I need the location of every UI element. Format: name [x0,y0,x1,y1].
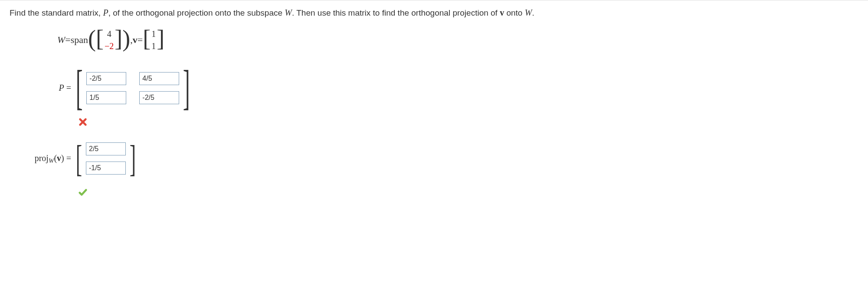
vec-entry: 1 [151,28,156,40]
prompt-text: , of the orthogonal projection onto the … [108,8,285,17]
prompt-text: onto [504,8,525,17]
P-feedback [78,117,858,127]
W-basis-vector: 4 −2 [104,28,115,52]
P-symbol: P [59,83,64,92]
prompt-v: v [500,8,504,17]
prompt-text: . [532,8,534,17]
P-cell-r1c1[interactable] [86,72,126,85]
close-bracket-icon: ] [115,33,122,45]
close-paren: ) [61,153,64,163]
incorrect-icon [78,117,858,127]
close-bracket-icon: ] [130,139,136,177]
P-matrix-grid [84,69,182,108]
open-bracket-icon: [ [76,139,82,177]
open-bracket-icon: [ [76,64,83,112]
prompt-text: . Then use this matrix to find the ortho… [292,8,500,17]
equals: = [64,153,71,163]
open-bracket-icon: [ [96,33,104,45]
v-vector: 1 1 [151,28,157,52]
proj-text: proj [35,153,49,163]
P-cell-r2c2[interactable] [139,91,179,104]
close-paren: ) [122,33,130,45]
span-text: span [71,34,88,46]
question-prompt: Find the standard matrix, P, of the orth… [10,7,858,19]
close-bracket-icon: ] [157,33,164,45]
prompt-W: W [285,8,292,17]
v-label: v [133,34,138,46]
P-cell-r1c2[interactable] [139,72,179,85]
proj-label: projW(v) = [10,153,75,163]
close-bracket-icon: ] [183,64,190,112]
given-equation: W = span ( [ 4 −2 ] ) , v = [ 1 1 ] [57,28,858,52]
open-paren: ( [88,33,96,45]
equals: = [138,34,143,46]
proj-cell-r2[interactable] [86,162,126,175]
correct-icon [78,188,858,197]
P-answer-block: P = [ ] [10,69,858,108]
proj-feedback [78,188,858,197]
prompt-P: P [103,8,108,17]
proj-sub-W: W [49,157,54,164]
prompt-text: Find the standard matrix, [10,8,103,17]
open-bracket-icon: [ [143,33,151,45]
prompt-W2: W [525,8,532,17]
proj-cell-r1[interactable] [86,142,126,155]
vec-entry: 4 [105,28,114,40]
equals: = [65,34,70,46]
W-label: W [57,34,65,46]
proj-answer-block: projW(v) = [ ] [10,139,858,178]
proj-vector-grid [83,139,128,178]
equals: = [64,83,71,92]
proj-v: v [57,153,61,163]
vec-entry: −2 [105,40,114,52]
question-container: Find the standard matrix, P, of the orth… [0,0,868,219]
P-cell-r2c1[interactable] [86,91,126,104]
P-label: P = [10,83,75,93]
vec-entry: 1 [151,40,156,52]
